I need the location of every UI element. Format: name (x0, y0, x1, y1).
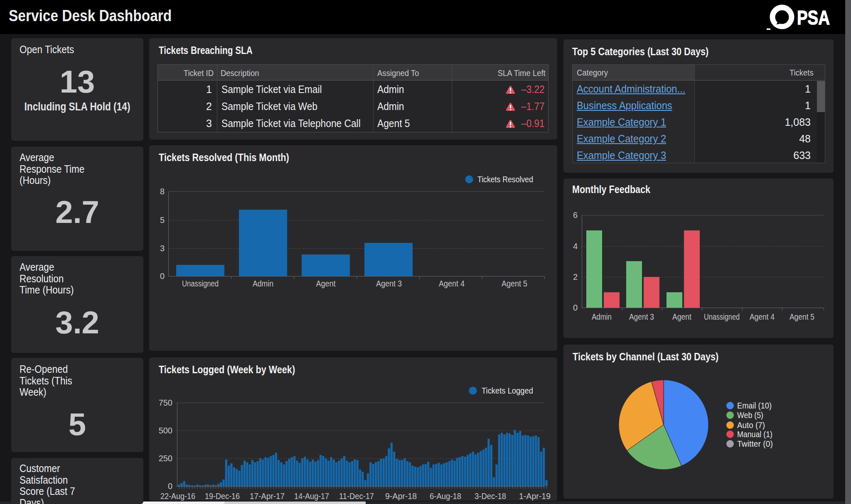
svg-text:22-Aug-16: 22-Aug-16 (160, 492, 195, 501)
svg-text:6-Aug-18: 6-Aug-18 (430, 492, 461, 501)
svg-text:Unassigned: Unassigned (182, 279, 219, 288)
svg-text:PSA: PSA (797, 6, 830, 29)
svg-text:Manual (1): Manual (1) (737, 429, 772, 439)
svg-text:5: 5 (160, 215, 165, 225)
svg-text:4: 4 (573, 242, 578, 251)
svg-text:Agent: Agent (316, 279, 336, 288)
svg-text:1-Apr-19: 1-Apr-19 (519, 492, 551, 501)
svg-text:Unassigned: Unassigned (704, 312, 740, 321)
svg-text:Agent 3: Agent 3 (376, 279, 402, 288)
svg-text:Auto (7): Auto (7) (737, 420, 765, 430)
svg-text:19-Dec-16: 19-Dec-16 (205, 492, 240, 501)
svg-text:0: 0 (160, 272, 165, 281)
svg-text:Admin: Admin (592, 312, 612, 321)
svg-text:0: 0 (168, 482, 172, 491)
svg-text:Agent 5: Agent 5 (790, 312, 814, 321)
svg-text:Tickets Logged: Tickets Logged (482, 386, 533, 395)
svg-text:Agent 3: Agent 3 (629, 312, 654, 321)
svg-text:Web (5): Web (5) (737, 410, 763, 420)
svg-text:Agent: Agent (672, 312, 691, 321)
svg-text:3-Dec-18: 3-Dec-18 (475, 492, 506, 501)
svg-text:Twitter (0): Twitter (0) (737, 439, 773, 448)
svg-text:Admin: Admin (253, 279, 273, 288)
svg-text:750: 750 (159, 398, 172, 407)
svg-text:6: 6 (573, 210, 578, 220)
svg-text:250: 250 (159, 454, 172, 463)
svg-text:3: 3 (160, 244, 165, 253)
svg-text:17-Apr-17: 17-Apr-17 (250, 492, 285, 501)
svg-text:0: 0 (573, 303, 578, 312)
svg-text:2: 2 (573, 272, 578, 281)
svg-text:Agent 5: Agent 5 (502, 279, 527, 288)
svg-text:9-Apr-18: 9-Apr-18 (385, 492, 417, 501)
svg-text:Email (10): Email (10) (737, 401, 772, 410)
svg-text:Tickets Resolved: Tickets Resolved (477, 174, 533, 184)
svg-text:14-Aug-17: 14-Aug-17 (294, 492, 329, 501)
svg-text:500: 500 (159, 426, 172, 435)
svg-text:Agent 4: Agent 4 (439, 279, 465, 288)
svg-text:8: 8 (160, 187, 165, 196)
svg-text:11-Dec-17: 11-Dec-17 (339, 492, 374, 501)
svg-text:Agent 4: Agent 4 (750, 312, 775, 321)
